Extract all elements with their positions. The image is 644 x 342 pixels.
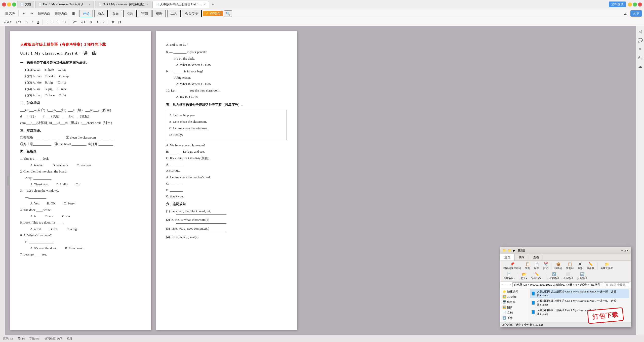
q3-dash: —___________	[25, 194, 141, 200]
q9-resp: —A big eraser.	[171, 75, 287, 80]
numbering-btn[interactable]: 1.	[95, 20, 101, 24]
sidebar-collapse-btn[interactable]: ◁	[638, 28, 643, 35]
align-right-btn[interactable]: ≡	[56, 20, 61, 24]
bullets-btn[interactable]: •	[102, 20, 106, 24]
fm-search-input[interactable]	[604, 282, 629, 287]
sidebar-cloud-btn[interactable]: ☁	[637, 63, 643, 70]
tab-close-3[interactable]: ✕	[146, 3, 148, 6]
fm-nav-downloads[interactable]: ⬇️ 下载	[500, 315, 528, 321]
sidebar-format-btn[interactable]: Aa	[637, 54, 643, 61]
underline-btn[interactable]: U	[35, 20, 41, 24]
fm-cut-btn[interactable]: ✂️ 剪切	[542, 262, 550, 271]
share-btn[interactable]: 分享	[630, 10, 642, 17]
insert-table-btn[interactable]: ▦	[110, 20, 116, 24]
fm-tab-view[interactable]: 查看	[529, 254, 543, 261]
fm-selectall-btn[interactable]: ☑️ 全部选择	[547, 272, 560, 281]
tab-page[interactable]: 页面	[109, 10, 122, 17]
tab-doc2[interactable]: 📄 Unit 1 My classroom Part A 周训… ✕	[35, 1, 94, 8]
fm-filename-2: 人教版四年级上册英语 Unit 1 My classroom Part C 一课…	[537, 299, 628, 307]
bold-btn[interactable]: B	[24, 20, 29, 24]
fm-copyto-btn[interactable]: 📋 复制到	[565, 262, 575, 271]
align-left-btn[interactable]: ≡	[44, 20, 49, 24]
minimize-button[interactable]	[7, 3, 11, 7]
other-btn[interactable]: ☰	[70, 11, 77, 16]
fm-rename-btn[interactable]: ✏️ 重命名	[585, 262, 596, 271]
add-tab-button[interactable]: +	[210, 2, 215, 7]
fm-edit-btn[interactable]: ✏️ 轻松访问▾	[530, 272, 544, 281]
tab-doc1[interactable]: 📄 文档	[17, 1, 34, 8]
login-button[interactable]: 立即登录	[609, 2, 626, 7]
tab-doc3[interactable]: 📄 Unit 1 My classroom (存冠-制期) ✕	[95, 1, 151, 8]
sidebar-nav-btn[interactable]: ≡	[638, 46, 642, 52]
choice-box: A. Let me help you. B. Let's clean the c…	[166, 110, 287, 140]
fm-back-btn[interactable]: ←	[502, 283, 505, 286]
tab-doc4[interactable]: 📄 人教版四年级上册英语 Unit 1… ✕	[152, 1, 209, 8]
fm-copy-btn[interactable]: 📋 复制	[524, 262, 532, 271]
fm-status-bar: 3 个对象 选中 1 个对象 | 183 KB	[500, 322, 631, 327]
tab-review[interactable]: 审阅	[138, 10, 151, 17]
file-menu-btn[interactable]: ☰ 文件	[3, 10, 17, 17]
fm-tab-share[interactable]: 共享	[515, 254, 529, 261]
italic-btn[interactable]: I	[30, 20, 34, 24]
q4c: C. am	[62, 214, 70, 218]
max-button-r[interactable]	[633, 3, 637, 7]
search-button[interactable]: 🔍	[224, 10, 232, 17]
tab-close-2[interactable]: ✕	[89, 3, 91, 6]
fm-nav-docs[interactable]: 📄 文档	[500, 310, 528, 315]
tab-member[interactable]: 会员专享	[182, 10, 202, 17]
tab-tools[interactable]: 工具	[167, 10, 181, 17]
cloud-save-btn[interactable]: ☁	[621, 10, 629, 17]
q4b: B. are	[45, 214, 53, 218]
fm-nav-quickaccess[interactable]: ⭐ 快速访问	[500, 289, 528, 294]
highlight-btn[interactable]: 🖊▾	[79, 20, 87, 24]
wps-ai-button[interactable]: ⚡ WPS AI	[203, 11, 223, 16]
fm-pin-btn[interactable]: 📌 固定到快速访问	[502, 262, 522, 271]
tab-start[interactable]: 开始	[79, 10, 93, 17]
tab-reference[interactable]: 引用	[123, 10, 137, 17]
delete-btn[interactable]: 删除页面	[53, 10, 69, 17]
min-button-r[interactable]	[628, 3, 632, 7]
fm-up-btn[interactable]: ↑	[510, 283, 511, 286]
fm-address-input[interactable]	[512, 282, 603, 287]
fm-forward-btn[interactable]: →	[506, 283, 509, 286]
fm-nav-pictures[interactable]: 🖼️ 图片	[500, 305, 528, 310]
fm-selectnone-btn[interactable]: ⬜ 全不选择	[561, 272, 575, 281]
para-spacing-btn[interactable]: ↕▾	[88, 20, 94, 24]
font-dropdown[interactable]: 宋体 ▾	[2, 19, 13, 25]
redo-btn[interactable]: ↪	[28, 11, 35, 16]
fm-newfolder-btn[interactable]: 📁 新建文件夹	[599, 262, 615, 271]
tab-close-4[interactable]: ✕	[204, 3, 206, 6]
undo-btn[interactable]: ↩	[21, 11, 28, 16]
fm-file-item-2[interactable]: 📘 人教版四年级上册英语 Unit 1 My classroom Part C …	[530, 298, 629, 308]
align-center-btn[interactable]: ≡	[50, 20, 55, 24]
fm-open-btn[interactable]: 📂 打开▾	[519, 272, 529, 281]
d2: B:________ Let's go and see.	[166, 149, 287, 154]
translate-btn[interactable]: 翻译页面	[36, 10, 52, 17]
page-drag-handle[interactable]	[7, 176, 9, 186]
fm-close-btn[interactable]: ✕	[627, 249, 629, 252]
fm-paste-btn[interactable]: 📄 粘贴	[533, 262, 541, 271]
fm-min-btn[interactable]: ─	[621, 249, 623, 252]
close-button-r[interactable]	[638, 3, 642, 7]
fm-nav-desktop[interactable]: 🖥️ 出版稿	[500, 300, 528, 305]
tab-insert[interactable]: 插入	[94, 10, 108, 17]
fm-tab-main[interactable]: 主页	[500, 254, 515, 261]
tab-view[interactable]: 视图	[152, 10, 166, 17]
insert-pic-btn[interactable]: 🖼	[116, 20, 123, 24]
downloads-icon: ⬇️	[502, 316, 506, 320]
fm-newitem-btn[interactable]: 📄 新建项目▾	[502, 272, 516, 281]
indent-btn[interactable]: ⇥	[62, 20, 68, 24]
fm-nav-3dobjects[interactable]: 🖼️ 3D 对象	[500, 294, 528, 300]
maximize-button[interactable]	[12, 3, 16, 7]
fm-move-btn[interactable]: 📦 移动到	[553, 262, 564, 271]
fm-cut-label: 剪切	[543, 267, 548, 270]
fm-delete-btn[interactable]: ✕ 删除	[576, 262, 584, 271]
fm-file-item-1[interactable]: 📘 人教版四年级上册英语 Unit 1 My classroom Part A …	[530, 289, 629, 298]
3dobjects-icon: 🖼️	[502, 295, 506, 299]
fm-invert-btn[interactable]: 🔄 反向选择	[576, 272, 589, 281]
color-btn[interactable]: A▾	[72, 20, 78, 24]
fm-max-btn[interactable]: □	[624, 249, 626, 252]
sidebar-comment-btn[interactable]: 💬	[637, 37, 644, 44]
fontsize-dropdown[interactable]: 12 ▾	[14, 20, 23, 24]
close-button[interactable]	[2, 3, 6, 7]
